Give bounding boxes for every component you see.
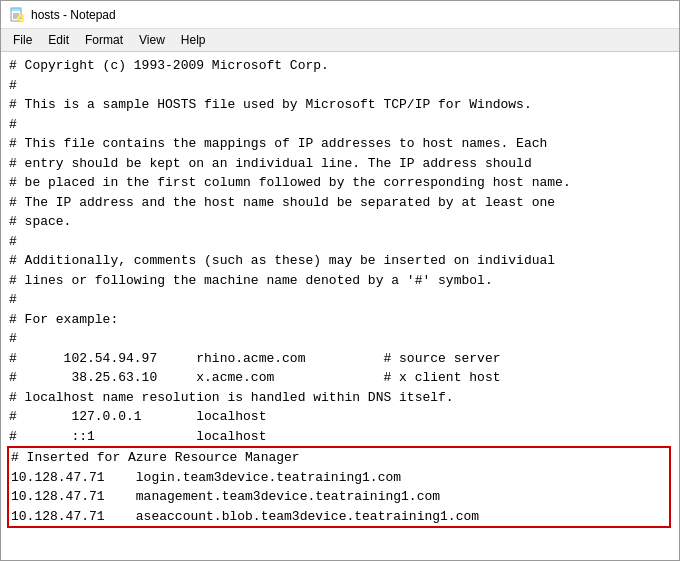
menu-file[interactable]: File (5, 31, 40, 49)
text-line: # 127.0.0.1 localhost (9, 407, 671, 427)
notepad-icon (9, 7, 25, 23)
text-content[interactable]: # Copyright (c) 1993-2009 Microsoft Corp… (1, 52, 679, 560)
menu-help[interactable]: Help (173, 31, 214, 49)
text-line: # The IP address and the host name shoul… (9, 193, 671, 213)
window-title: hosts - Notepad (31, 8, 116, 22)
text-line: # be placed in the first column followed… (9, 173, 671, 193)
text-line: # This file contains the mappings of IP … (9, 134, 671, 154)
text-line: # (9, 290, 671, 310)
text-line: # localhost name resolution is handled w… (9, 388, 671, 408)
text-line: # Additionally, comments (such as these)… (9, 251, 671, 271)
text-line: # (9, 232, 671, 252)
menu-edit[interactable]: Edit (40, 31, 77, 49)
notepad-window: hosts - Notepad File Edit Format View He… (0, 0, 680, 561)
highlighted-line: # Inserted for Azure Resource Manager (11, 448, 667, 468)
text-line: # (9, 115, 671, 135)
highlighted-line: 10.128.47.71 management.team3device.teat… (11, 487, 667, 507)
title-bar: hosts - Notepad (1, 1, 679, 29)
text-line: # For example: (9, 310, 671, 330)
highlighted-line: 10.128.47.71 aseaccount.blob.team3device… (11, 507, 667, 527)
menu-view[interactable]: View (131, 31, 173, 49)
highlighted-line: 10.128.47.71 login.team3device.teatraini… (11, 468, 667, 488)
highlighted-section: # Inserted for Azure Resource Manager10.… (7, 446, 671, 528)
menu-format[interactable]: Format (77, 31, 131, 49)
text-line: # space. (9, 212, 671, 232)
text-line: # This is a sample HOSTS file used by Mi… (9, 95, 671, 115)
text-line: # lines or following the machine name de… (9, 271, 671, 291)
text-line: # Copyright (c) 1993-2009 Microsoft Corp… (9, 56, 671, 76)
text-line: # (9, 329, 671, 349)
text-line: # (9, 76, 671, 96)
menu-bar: File Edit Format View Help (1, 29, 679, 52)
svg-rect-5 (18, 15, 23, 21)
text-line: # 102.54.94.97 rhino.acme.com # source s… (9, 349, 671, 369)
text-line: # entry should be kept on an individual … (9, 154, 671, 174)
text-line: # 38.25.63.10 x.acme.com # x client host (9, 368, 671, 388)
text-line: # ::1 localhost (9, 427, 671, 447)
svg-rect-1 (11, 8, 21, 11)
